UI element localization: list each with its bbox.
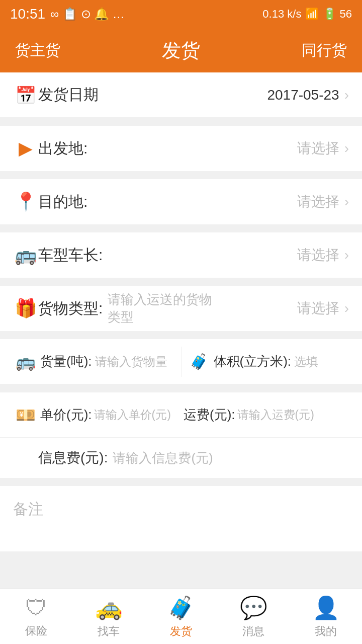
info-fee-input[interactable]: 请输入信息费(元) [113, 449, 349, 467]
destination-label: 目的地: [38, 192, 87, 212]
nav-item-insurance[interactable]: 🛡 保险 [0, 595, 72, 638]
status-bar: 10:51 ∞ 📋 ⊙ 🔔 … 0.13 k/s 📶 🔋 56 [0, 0, 362, 28]
origin-row[interactable]: ▶ 出发地: 请选择 › [0, 126, 362, 171]
luggage-icon: 🧳 [167, 595, 195, 621]
status-speed: 0.13 k/s [262, 8, 301, 21]
nav-item-message[interactable]: 💬 消息 [217, 595, 290, 639]
notes-section: 备注 [0, 486, 362, 551]
nav-label-message: 消息 [242, 624, 264, 639]
location-origin-icon: ▶ [13, 138, 38, 159]
ship-date-value: 2017-05-23 [99, 87, 339, 103]
header-left-tab[interactable]: 货主货 [15, 40, 60, 61]
price-freight-row: 💴 单价(元): 请输入单价(元) 运费(元): 请输入运费(元) [0, 392, 362, 438]
cargo-type-value: 请选择 [224, 299, 339, 318]
origin-chevron: › [344, 140, 349, 156]
cargo-type-row[interactable]: 🎁 货物类型: 请输入运送的货物类型 请选择 › [0, 286, 362, 331]
unit-price-input[interactable]: 请输入单价(元) [94, 407, 178, 423]
vehicle-type-row[interactable]: 🚌 车型车长: 请选择 › [0, 232, 362, 278]
destination-value: 请选择 [87, 192, 339, 211]
weight-icon: 🚌 [13, 352, 38, 371]
status-right: 0.13 k/s 📶 🔋 56 [262, 8, 352, 21]
vehicle-icon: 🚌 [13, 245, 38, 266]
info-fee-label: 信息费(元): [38, 448, 108, 467]
header: 货主货 发货 同行货 [0, 28, 362, 72]
notes-label: 备注 [13, 501, 43, 517]
cargo-volume-label: 体积(立方米): [214, 353, 292, 370]
person-icon: 👤 [312, 595, 340, 621]
cargo-weight-volume-row: 🚌 货量(吨): 请输入货物量 🧳 体积(立方米): 选填 [0, 339, 362, 384]
unit-price-label: 单价(元): [40, 406, 92, 424]
nav-label-profile: 我的 [315, 624, 337, 639]
freight-input[interactable]: 请输入运费(元) [237, 407, 349, 423]
vehicle-type-chevron: › [344, 247, 349, 263]
cargo-weight-cell[interactable]: 🚌 货量(吨): 请输入货物量 [13, 352, 176, 371]
calendar-icon: 📅 [13, 85, 38, 105]
row-divider [181, 347, 182, 377]
cargo-volume-input[interactable]: 选填 [294, 354, 349, 370]
origin-value: 请选择 [87, 139, 339, 158]
freight-cell[interactable]: 运费(元): 请输入运费(元) [178, 406, 349, 424]
unit-price-cell[interactable]: 💴 单价(元): 请输入单价(元) [13, 406, 178, 425]
freight-label: 运费(元): [184, 406, 235, 424]
nav-item-ship[interactable]: 🧳 发货 [145, 595, 217, 639]
shield-icon: 🛡 [25, 595, 47, 620]
destination-chevron: › [344, 194, 349, 210]
cargo-weight-volume-section: 🚌 货量(吨): 请输入货物量 🧳 体积(立方米): 选填 [0, 339, 362, 384]
vehicle-type-section: 🚌 车型车长: 请选择 › [0, 232, 362, 278]
status-time: 10:51 [10, 6, 45, 22]
cargo-type-section: 🎁 货物类型: 请输入运送的货物类型 请选择 › [0, 286, 362, 331]
cargo-weight-label: 货量(吨): [40, 353, 92, 370]
destination-section: 📍 目的地: 请选择 › [0, 179, 362, 224]
taxi-icon: 🚕 [95, 595, 123, 621]
cargo-type-input-placeholder[interactable]: 请输入运送的货物类型 [108, 291, 223, 326]
nav-item-profile[interactable]: 👤 我的 [290, 595, 362, 639]
wifi-icon: 📶 [305, 8, 319, 21]
location-destination-icon: 📍 [13, 191, 38, 212]
nav-label-insurance: 保险 [25, 623, 47, 638]
nav-item-find-car[interactable]: 🚕 找车 [72, 595, 145, 639]
bottom-nav: 🛡 保险 🚕 找车 🧳 发货 💬 消息 👤 我的 [0, 589, 362, 644]
cargo-volume-cell[interactable]: 🧳 体积(立方米): 选填 [187, 353, 349, 370]
page-title: 发货 [162, 38, 200, 63]
header-right-tab[interactable]: 同行货 [302, 40, 347, 61]
vehicle-type-label: 车型车长: [38, 245, 103, 266]
nav-label-ship: 发货 [170, 624, 192, 639]
pricing-section: 💴 单价(元): 请输入单价(元) 运费(元): 请输入运费(元) 信息费(元)… [0, 392, 362, 478]
status-left: 10:51 ∞ 📋 ⊙ 🔔 … [10, 6, 125, 22]
nav-label-find-car: 找车 [98, 624, 120, 639]
info-fee-row[interactable]: 信息费(元): 请输入信息费(元) [0, 438, 362, 478]
message-icon: 💬 [240, 595, 267, 621]
ship-date-section: 📅 发货日期 2017-05-23 › [0, 72, 362, 118]
battery-icon: 🔋 56 [323, 8, 352, 21]
origin-section: ▶ 出发地: 请选择 › [0, 126, 362, 171]
cargo-weight-input[interactable]: 请输入货物量 [95, 354, 176, 370]
cargo-icon: 🎁 [13, 298, 38, 319]
ship-date-row[interactable]: 📅 发货日期 2017-05-23 › [0, 72, 362, 118]
ship-date-chevron: › [344, 87, 349, 103]
cargo-type-chevron: › [344, 300, 349, 316]
ship-date-label: 发货日期 [38, 85, 99, 105]
notes-area[interactable]: 备注 [0, 486, 362, 551]
destination-row[interactable]: 📍 目的地: 请选择 › [0, 179, 362, 224]
volume-icon: 🧳 [187, 353, 212, 370]
status-icons: ∞ 📋 ⊙ 🔔 … [50, 7, 125, 21]
vehicle-type-value: 请选择 [103, 246, 339, 265]
cargo-type-label: 货物类型: [38, 298, 103, 319]
origin-label: 出发地: [38, 138, 87, 159]
content: 📅 发货日期 2017-05-23 › ▶ 出发地: 请选择 › 📍 目的地: … [0, 72, 362, 615]
price-icon: 💴 [13, 406, 38, 425]
